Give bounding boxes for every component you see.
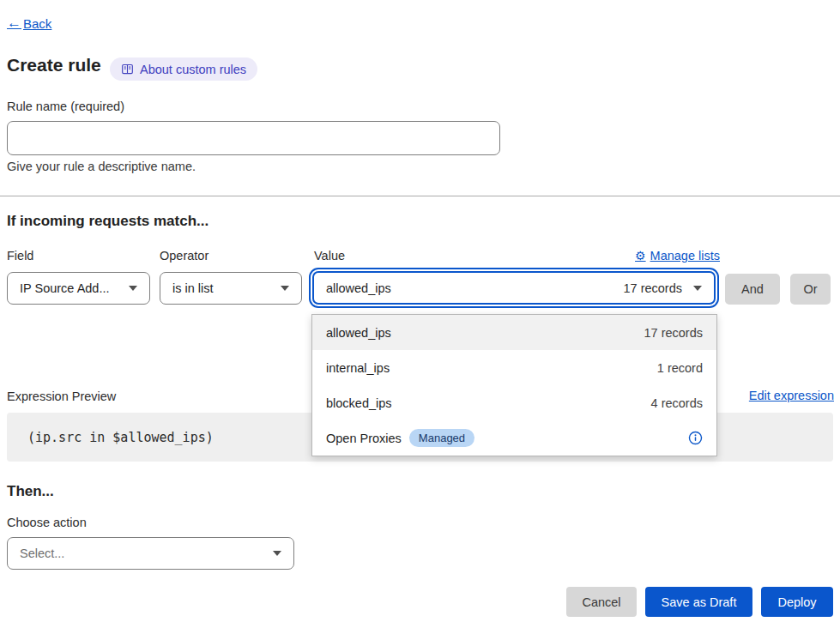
expression-preview-label: Expression Preview: [7, 389, 116, 403]
rule-name-input[interactable]: [7, 121, 500, 155]
action-select[interactable]: Select...: [7, 537, 294, 570]
list-item-records: 1 record: [657, 361, 703, 375]
chevron-down-icon: [273, 551, 281, 556]
action-select-placeholder: Select...: [20, 546, 64, 560]
field-select[interactable]: IP Source Add...: [7, 272, 150, 305]
value-select-value: allowed_ips: [326, 281, 391, 295]
back-arrow-icon: ←: [7, 15, 21, 32]
back-link[interactable]: ← Back: [7, 15, 51, 32]
match-section-heading: If incoming requests match...: [7, 213, 208, 230]
manage-lists-label: Manage lists: [650, 249, 720, 263]
save-as-draft-button[interactable]: Save as Draft: [645, 587, 752, 617]
field-select-value: IP Source Add...: [20, 281, 110, 295]
rule-name-helper: Give your rule a descriptive name.: [7, 160, 196, 173]
cancel-button[interactable]: Cancel: [566, 587, 637, 617]
expression-code: (ip.src in $allowed_ips): [27, 430, 214, 445]
list-item-internal-ips[interactable]: internal_ips 1 record: [312, 350, 716, 385]
list-item-name: blocked_ips: [326, 396, 392, 410]
list-item-name: Open Proxies: [326, 432, 402, 445]
create-rule-page: ← Back Create rule About custom rules Ru…: [0, 0, 840, 634]
choose-action-label: Choose action: [7, 516, 87, 529]
about-badge-label: About custom rules: [140, 63, 246, 76]
managed-badge: Managed: [409, 429, 474, 447]
operator-label: Operator: [160, 249, 208, 263]
about-custom-rules-link[interactable]: About custom rules: [110, 57, 257, 81]
back-label: Back: [23, 16, 51, 31]
section-divider: [0, 196, 840, 196]
or-button[interactable]: Or: [790, 274, 831, 305]
list-item-records: 4 records: [651, 396, 703, 410]
chevron-down-icon: [693, 286, 702, 291]
gear-icon: ⚙: [635, 249, 646, 263]
operator-select-value: is in list: [172, 281, 214, 295]
list-item-blocked-ips[interactable]: blocked_ips 4 records: [312, 385, 716, 420]
then-section-heading: Then...: [7, 483, 54, 500]
field-label: Field: [7, 249, 33, 263]
value-label: Value: [314, 249, 345, 263]
list-item-allowed-ips[interactable]: allowed_ips 17 records: [312, 315, 716, 350]
operator-select[interactable]: is in list: [160, 272, 302, 305]
page-title: Create rule: [7, 55, 101, 75]
value-select[interactable]: allowed_ips 17 records: [312, 271, 716, 305]
list-dropdown-panel: allowed_ips 17 records internal_ips 1 re…: [311, 314, 717, 456]
book-icon: [121, 63, 134, 75]
list-item-open-proxies[interactable]: Open Proxies Managed: [312, 420, 716, 456]
rule-name-label: Rule name (required): [7, 100, 124, 113]
chevron-down-icon: [129, 286, 137, 291]
edit-expression-link[interactable]: Edit expression: [749, 389, 834, 402]
chevron-down-icon: [281, 286, 289, 291]
value-select-records: 17 records: [623, 281, 682, 295]
and-button[interactable]: And: [725, 274, 780, 305]
manage-lists-link[interactable]: ⚙ Manage lists: [635, 249, 720, 263]
deploy-button[interactable]: Deploy: [761, 587, 833, 617]
list-item-name: internal_ips: [326, 361, 390, 375]
list-item-records: 17 records: [644, 326, 703, 340]
info-icon[interactable]: [688, 431, 703, 445]
list-item-name: allowed_ips: [326, 326, 391, 340]
